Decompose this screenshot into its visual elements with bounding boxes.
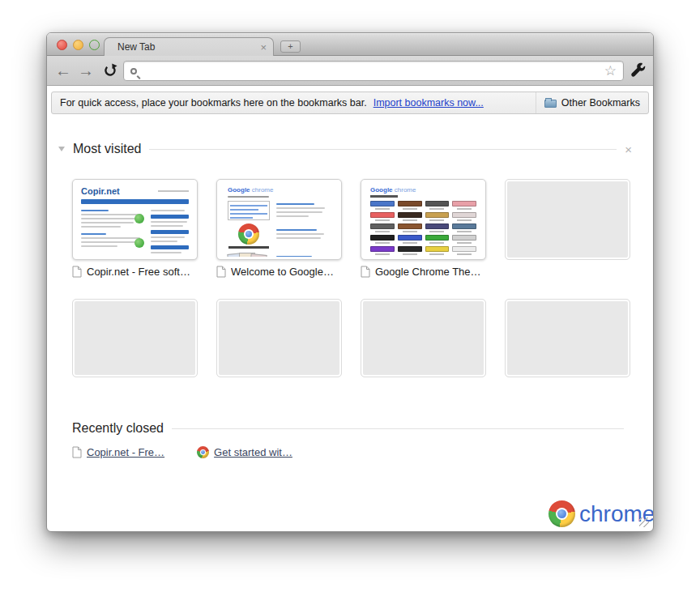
wrench-menu-icon[interactable] <box>630 62 647 80</box>
chrome-favicon-icon <box>197 446 209 458</box>
copir-nav-bar <box>81 199 189 204</box>
theme-swatch <box>425 246 450 255</box>
divider <box>172 428 624 429</box>
page-icon <box>72 446 82 458</box>
window-minimize-button[interactable] <box>73 40 83 50</box>
recently-closed-header: Recently closed <box>58 421 632 436</box>
themes-thumbnail: Google chrome <box>364 182 483 257</box>
bookmarks-bar: For quick access, place your bookmarks h… <box>51 92 649 114</box>
theme-swatch <box>398 201 422 210</box>
theme-swatch <box>370 201 395 210</box>
theme-swatch <box>425 212 450 221</box>
theme-swatch <box>370 235 395 244</box>
theme-swatch <box>452 235 476 244</box>
omnibox[interactable]: ☆ <box>123 61 624 81</box>
window-zoom-button[interactable] <box>89 40 100 50</box>
collapse-triangle-icon[interactable] <box>58 147 65 151</box>
theme-swatch <box>425 235 450 244</box>
most-visited-title: Most visited <box>73 142 141 156</box>
empty-tile <box>505 179 630 260</box>
page-icon <box>72 266 82 278</box>
recently-closed-title: Recently closed <box>72 421 164 436</box>
most-visited-header: Most visited × <box>58 142 632 156</box>
tile-labels-row: Copir.net - Free soft… Welcome to Google… <box>72 266 630 278</box>
window-close-button[interactable] <box>57 40 67 50</box>
theme-swatch <box>452 246 476 255</box>
recently-closed-link-getstarted[interactable]: Get started wit… <box>197 446 292 458</box>
forward-icon[interactable]: → <box>75 59 96 82</box>
other-bookmarks-label: Other Bookmarks <box>561 97 640 109</box>
copir-logo-icon <box>134 238 144 248</box>
page-icon <box>361 266 370 278</box>
chrome-branding: chrome <box>548 500 654 527</box>
reload-icon[interactable] <box>99 59 122 82</box>
tiles-row-2 <box>72 299 630 377</box>
tile-link-welcome[interactable]: Welcome to Google… <box>216 266 342 278</box>
google-logo: Google <box>228 186 250 194</box>
theme-swatch <box>370 246 395 255</box>
welcome-thumbnail: Google chrome <box>220 182 339 257</box>
bookmark-star-icon[interactable]: ☆ <box>604 62 617 79</box>
copir-logo-icon <box>134 214 144 224</box>
omnibox-input[interactable] <box>143 65 604 77</box>
thumbnail-welcome[interactable]: Google chrome <box>216 179 342 260</box>
tab-title: New Tab <box>117 41 260 53</box>
theme-swatch <box>425 224 450 232</box>
chrome-logo-icon <box>548 500 575 527</box>
new-tab-button[interactable]: + <box>280 40 301 53</box>
theme-swatch <box>370 224 395 232</box>
empty-tile <box>361 299 486 377</box>
theme-cards-graphic <box>228 252 270 257</box>
other-bookmarks-button[interactable]: Other Bookmarks <box>536 92 640 113</box>
import-bookmarks-link[interactable]: Import bookmarks now... <box>373 97 484 109</box>
browser-window: New Tab × + ← → ☆ For quick access, plac… <box>46 32 654 532</box>
toolbar: ← → ☆ <box>47 56 653 86</box>
resize-grip[interactable] <box>639 517 649 527</box>
copir-thumbnail: Copir.net <box>75 182 194 257</box>
theme-swatch <box>425 201 450 210</box>
section-close-icon[interactable]: × <box>625 143 632 155</box>
theme-swatch <box>398 212 422 221</box>
tiles-row-1: Copir.net <box>72 179 630 260</box>
chrome-logo-icon <box>238 224 259 245</box>
theme-swatch <box>452 224 476 232</box>
bookmarks-message: For quick access, place your bookmarks h… <box>60 97 367 109</box>
theme-swatch <box>370 212 395 221</box>
google-logo: Google <box>370 186 393 194</box>
theme-swatch <box>398 235 422 244</box>
recently-closed-link-copir[interactable]: Copir.net - Fre… <box>72 446 164 458</box>
thumbnail-themes[interactable]: Google chrome <box>361 179 486 260</box>
screenshot-graphic <box>228 201 270 220</box>
back-icon[interactable]: ← <box>53 59 74 82</box>
recently-closed-items: Copir.net - Fre… Get started wit… <box>72 446 292 458</box>
divider <box>149 149 617 150</box>
tile-link-themes[interactable]: Google Chrome The… <box>361 266 486 278</box>
theme-swatch <box>398 224 422 232</box>
theme-swatch <box>452 201 476 210</box>
folder-icon <box>544 100 557 108</box>
titlebar[interactable]: New Tab × + <box>47 33 653 56</box>
empty-tile <box>72 299 198 377</box>
page-icon <box>216 266 226 278</box>
tile-link-copir[interactable]: Copir.net - Free soft… <box>72 266 198 278</box>
tab-new-tab[interactable]: New Tab × <box>104 37 274 56</box>
search-icon <box>130 68 137 74</box>
empty-tile <box>216 299 342 377</box>
themes-grid <box>370 201 476 255</box>
tab-close-icon[interactable]: × <box>260 42 267 53</box>
empty-tile <box>505 299 630 377</box>
theme-swatch <box>452 212 476 221</box>
thumbnail-copir[interactable]: Copir.net <box>72 179 198 260</box>
theme-swatch <box>398 246 422 255</box>
